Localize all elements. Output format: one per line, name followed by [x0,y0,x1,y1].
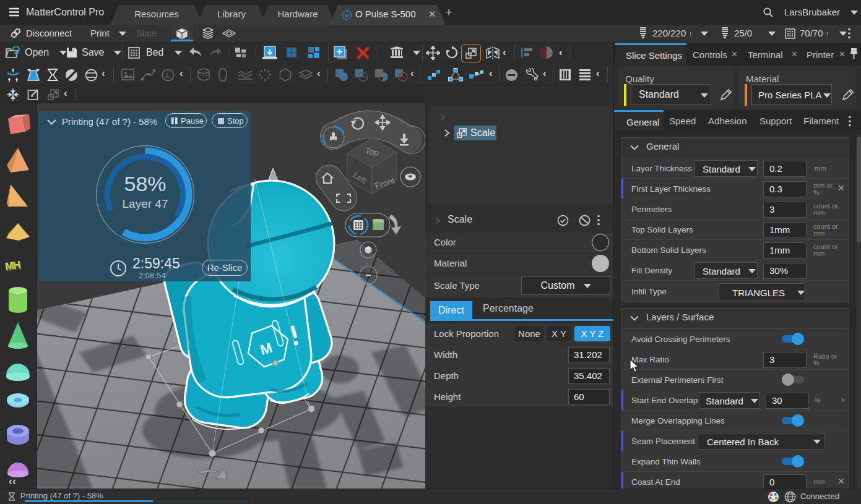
svg-text:L: L [166,71,170,80]
svg-text:58%: 58% [124,172,166,195]
svg-text:MH: MH [5,260,22,273]
svg-text:Layer 47: Layer 47 [123,197,168,210]
svg-text:M: M [345,12,349,19]
